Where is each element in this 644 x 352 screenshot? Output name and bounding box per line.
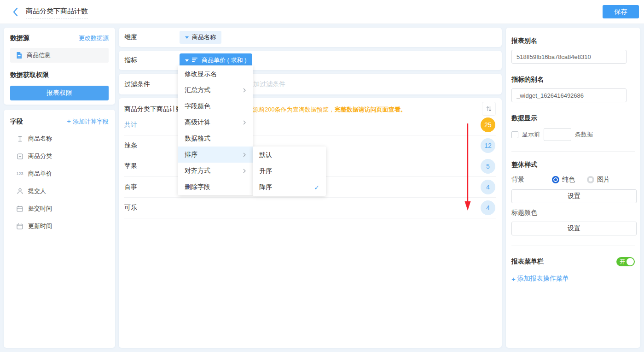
show-first-checkbox[interactable] bbox=[511, 131, 518, 138]
text-field-icon bbox=[16, 136, 24, 142]
radio-selected-icon[interactable] bbox=[552, 176, 559, 183]
show-first-label: 显示前 bbox=[522, 130, 540, 139]
field-label: 提交人 bbox=[28, 187, 46, 195]
check-icon: ✓ bbox=[314, 184, 319, 191]
background-setting-button[interactable]: 设置 bbox=[511, 189, 637, 203]
field-item-update-time[interactable]: 更新时间 bbox=[10, 222, 109, 231]
filter-row: 过滤条件 添加过滤条件 bbox=[119, 74, 502, 94]
metric-label: 指标 bbox=[124, 56, 180, 65]
background-label: 背景 bbox=[511, 176, 552, 184]
bg-image-label: 图片 bbox=[597, 176, 610, 184]
report-alias-label: 报表别名 bbox=[511, 37, 635, 45]
number-field-icon: 123 bbox=[16, 171, 24, 176]
menu-item-data-format[interactable]: 数据格式 bbox=[178, 130, 253, 147]
field-item-category[interactable]: 商品分类 bbox=[10, 152, 109, 161]
field-label: 更新时间 bbox=[28, 222, 52, 230]
metric-context-menu: 修改显示名 汇总方式 字段颜色 高级计算 数据格式 排序 对齐方式 删除字段 bbox=[178, 65, 253, 195]
change-datasource-link[interactable]: 更改数据源 bbox=[79, 34, 109, 42]
field-label: 商品单价 bbox=[28, 170, 52, 178]
field-label: 商品分类 bbox=[28, 152, 52, 160]
divider bbox=[511, 246, 635, 246]
report-permission-button[interactable]: 报表权限 bbox=[10, 86, 109, 100]
menu-item-delete-field[interactable]: 删除字段 bbox=[178, 179, 253, 195]
preview-table-panel: 商品分类下商品计数 默认取数据源前200条作为查询数据预览，完整数据请访问页面查… bbox=[119, 98, 502, 348]
dimension-tag-label: 商品名称 bbox=[192, 33, 216, 41]
menu-item-rename[interactable]: 修改显示名 bbox=[178, 66, 253, 82]
toggle-on-label: 开 bbox=[620, 258, 625, 265]
fields-panel: 字段 添加计算字段 商品名称 商品分类 123 商品单价 提交人 提交时间 更新… bbox=[4, 110, 115, 348]
field-item-price[interactable]: 123 商品单价 bbox=[10, 169, 109, 178]
datasource-item[interactable]: 商品信息 bbox=[10, 48, 109, 63]
date-field-icon bbox=[16, 205, 24, 212]
settings-panel: 报表别名 指标的别名 数据显示 显示前 条数据 整体样式 背景 纯色 图片 设置… bbox=[506, 28, 640, 348]
metric-alias-label: 指标的别名 bbox=[511, 76, 635, 84]
title-color-setting-button[interactable]: 设置 bbox=[511, 222, 637, 235]
filter-label: 过滤条件 bbox=[124, 80, 180, 88]
report-alias-input[interactable] bbox=[511, 50, 627, 64]
sort-submenu: 默认 升序 降序✓ bbox=[253, 147, 326, 196]
submenu-item-ascending[interactable]: 升序 bbox=[253, 163, 326, 179]
add-calc-field-link[interactable]: 添加计算字段 bbox=[67, 117, 109, 126]
page-title[interactable]: 商品分类下商品计数 bbox=[26, 7, 88, 18]
user-field-icon bbox=[16, 188, 24, 194]
fields-title: 字段 bbox=[10, 117, 23, 126]
field-item-submit-time[interactable]: 提交时间 bbox=[10, 204, 109, 213]
chevron-down-icon bbox=[185, 36, 189, 39]
table-row: 可乐 4 bbox=[124, 198, 496, 218]
menu-item-sort[interactable]: 排序 bbox=[178, 147, 253, 163]
report-menu-label: 报表菜单栏 bbox=[511, 258, 544, 266]
title-color-label: 标题颜色 bbox=[511, 209, 635, 217]
row-count-input[interactable] bbox=[544, 128, 571, 141]
rows-unit-label: 条数据 bbox=[575, 130, 593, 139]
chevron-down-icon bbox=[185, 59, 189, 62]
row-label: 百事 bbox=[124, 183, 137, 191]
datasource-panel: 数据源 更改数据源 商品信息 数据获取权限 报表权限 bbox=[4, 28, 115, 105]
field-item-name[interactable]: 商品名称 bbox=[10, 134, 109, 143]
dimension-label: 维度 bbox=[124, 33, 180, 41]
data-display-label: 数据显示 bbox=[511, 114, 635, 123]
submenu-item-default[interactable]: 默认 bbox=[253, 147, 326, 163]
save-button[interactable]: 保存 bbox=[603, 5, 639, 18]
menu-item-field-color[interactable]: 字段颜色 bbox=[178, 98, 253, 114]
field-item-submitter[interactable]: 提交人 bbox=[10, 187, 109, 196]
menu-item-summary-method[interactable]: 汇总方式 bbox=[178, 82, 253, 98]
chevron-right-icon bbox=[243, 152, 246, 158]
bg-solid-label: 纯色 bbox=[562, 176, 575, 184]
summary-lines-icon bbox=[192, 57, 198, 64]
data-access-title: 数据获取权限 bbox=[10, 71, 109, 79]
menu-item-align[interactable]: 对齐方式 bbox=[178, 163, 253, 179]
top-bar: 商品分类下商品计数 保存 bbox=[0, 0, 644, 24]
row-label: 苹果 bbox=[124, 162, 137, 170]
metric-tag-label: 商品单价 ( 求和 ) bbox=[202, 56, 247, 65]
count-badge: 25 bbox=[481, 117, 495, 132]
document-icon bbox=[15, 52, 23, 59]
row-label: 共计 bbox=[124, 121, 137, 129]
back-icon[interactable] bbox=[12, 7, 21, 17]
field-label: 商品名称 bbox=[28, 135, 52, 143]
row-label: 可乐 bbox=[124, 204, 137, 212]
report-menu-toggle[interactable]: 开 bbox=[616, 257, 635, 266]
divider bbox=[511, 151, 635, 152]
datasource-title: 数据源 bbox=[10, 34, 29, 42]
radio-unselected-icon[interactable] bbox=[587, 176, 594, 183]
add-report-menu-link[interactable]: 添加报表操作菜单 bbox=[511, 275, 635, 283]
dimension-tag[interactable]: 商品名称 bbox=[180, 31, 221, 44]
submenu-item-descending[interactable]: 降序✓ bbox=[253, 179, 326, 195]
sort-toggle-icon[interactable] bbox=[482, 102, 496, 116]
chevron-right-icon bbox=[243, 168, 246, 174]
bg-image-option[interactable]: 图片 bbox=[587, 176, 610, 184]
chevron-right-icon bbox=[243, 120, 246, 125]
preview-table-title: 商品分类下商品计数 bbox=[124, 105, 182, 113]
count-badge: 5 bbox=[481, 159, 495, 174]
menu-item-advanced-calc[interactable]: 高级计算 bbox=[178, 114, 253, 130]
dimension-row: 维度 商品名称 bbox=[119, 28, 502, 47]
field-label: 提交时间 bbox=[28, 205, 52, 213]
bg-solid-option[interactable]: 纯色 bbox=[552, 176, 575, 184]
overall-style-label: 整体样式 bbox=[511, 161, 635, 169]
count-badge: 12 bbox=[481, 138, 495, 153]
metric-alias-input[interactable] bbox=[511, 88, 627, 102]
count-badge: 4 bbox=[481, 180, 495, 194]
datasource-item-label: 商品信息 bbox=[27, 51, 51, 59]
chevron-right-icon bbox=[243, 88, 246, 93]
toggle-knob bbox=[627, 258, 634, 265]
